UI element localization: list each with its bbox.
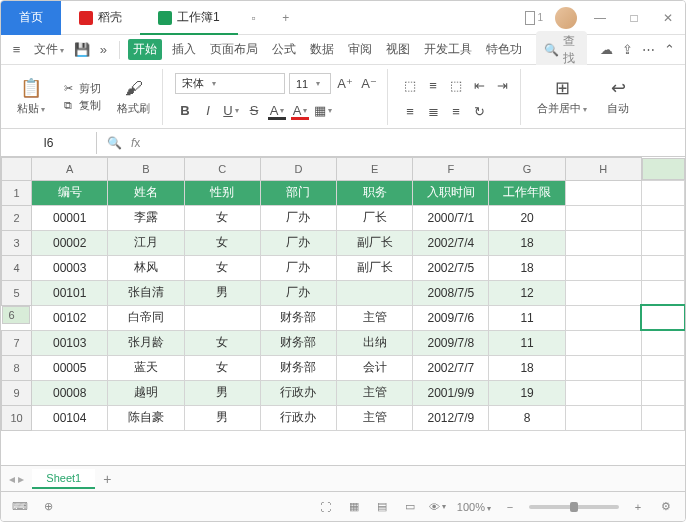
fx-icon[interactable]: fx — [131, 136, 140, 150]
maximize-button[interactable]: □ — [617, 1, 651, 35]
tab-docer[interactable]: 稻壳 — [61, 1, 140, 35]
col-B[interactable]: B — [108, 158, 184, 181]
indent-decrease-button[interactable]: ⇤ — [469, 76, 489, 96]
ribbon-tab-formula[interactable]: 公式 — [268, 41, 300, 58]
paste-button[interactable]: 📋 粘贴▾ — [13, 75, 49, 118]
row-6[interactable]: 6 — [2, 306, 30, 324]
col-F[interactable]: F — [413, 158, 489, 181]
zoom-out-button[interactable]: − — [501, 498, 519, 516]
search-input[interactable]: 🔍 查找 — [536, 31, 588, 69]
add-sheet-button[interactable]: + — [103, 471, 111, 487]
bold-button[interactable]: B — [175, 100, 195, 120]
col-H[interactable]: H — [565, 158, 641, 181]
avatar[interactable] — [555, 7, 577, 29]
align-middle-button[interactable]: ≡ — [423, 76, 443, 96]
row-2[interactable]: 2 — [2, 205, 32, 230]
table-row: 500101张自清男厂办2008/7/512 — [2, 280, 685, 305]
tab-menu-icon[interactable]: ▫ — [242, 6, 266, 30]
align-right-button[interactable]: ≡ — [446, 102, 466, 122]
spreadsheet-icon — [158, 11, 172, 25]
font-color-button[interactable]: A▾ — [290, 100, 310, 120]
ribbon-tab-data[interactable]: 数据 — [306, 41, 338, 58]
row-4[interactable]: 4 — [2, 255, 32, 280]
collapse-ribbon-icon[interactable]: ⌃ — [662, 41, 677, 59]
grid-view-icon[interactable]: ▦ — [345, 498, 363, 516]
wrap-text-button[interactable]: ↩ 自动 — [603, 75, 633, 118]
col-C[interactable]: C — [184, 158, 260, 181]
minimize-button[interactable]: — — [583, 1, 617, 35]
increase-font-button[interactable]: A⁺ — [335, 73, 355, 93]
zoom-in-button[interactable]: + — [629, 498, 647, 516]
align-left-button[interactable]: ≡ — [400, 102, 420, 122]
fullscreen-icon[interactable]: ⛶ — [317, 498, 335, 516]
sheet-tab[interactable]: Sheet1 — [32, 469, 95, 489]
underline-button[interactable]: U▾ — [221, 100, 241, 120]
status-icon[interactable]: ⊕ — [39, 498, 57, 516]
row-1[interactable]: 1 — [2, 180, 32, 205]
indent-increase-button[interactable]: ⇥ — [492, 76, 512, 96]
align-bottom-button[interactable]: ⬚ — [446, 76, 466, 96]
italic-button[interactable]: I — [198, 100, 218, 120]
table-row: 700103张月龄女财务部出纳2009/7/811 — [2, 330, 685, 355]
ribbon-tab-insert[interactable]: 插入 — [168, 41, 200, 58]
row-7[interactable]: 7 — [2, 330, 32, 355]
copy-icon: ⧉ — [61, 98, 75, 112]
close-button[interactable]: ✕ — [651, 1, 685, 35]
fill-color-button[interactable]: A▾ — [267, 100, 287, 120]
new-tab-button[interactable]: + — [274, 6, 298, 30]
col-D[interactable]: D — [260, 158, 336, 181]
zoom-level[interactable]: 100%▾ — [457, 501, 491, 513]
save-icon[interactable]: 💾 — [74, 41, 90, 59]
borders-button[interactable]: ▦▾ — [313, 100, 333, 120]
ribbon-tab-pagelayout[interactable]: 页面布局 — [206, 41, 262, 58]
col-I[interactable] — [642, 158, 685, 180]
format-painter-button[interactable]: 🖌 格式刷 — [113, 75, 154, 118]
column-headers: A B C D E F G H — [2, 158, 685, 181]
col-G[interactable]: G — [489, 158, 565, 181]
split-view-icon[interactable]: 1 — [525, 11, 543, 25]
keyboard-icon[interactable]: ⌨ — [11, 498, 29, 516]
align-top-button[interactable]: ⬚ — [400, 76, 420, 96]
copy-button[interactable]: ⧉复制 — [61, 98, 101, 113]
reading-view-icon[interactable]: ▭ — [401, 498, 419, 516]
row-9[interactable]: 9 — [2, 380, 32, 405]
font-size-select[interactable]: 11▾ — [289, 73, 331, 94]
more-icon[interactable]: » — [96, 41, 111, 59]
row-8[interactable]: 8 — [2, 355, 32, 380]
row-10[interactable]: 10 — [2, 405, 32, 430]
spreadsheet-grid[interactable]: A B C D E F G H 1 编号 姓名 性别 部门 职务 入职时间 工作… — [1, 157, 685, 465]
font-family-select[interactable]: 宋体▾ — [175, 73, 285, 94]
ribbon-tab-review[interactable]: 审阅 — [344, 41, 376, 58]
orientation-button[interactable]: ↻ — [469, 102, 489, 122]
file-menu[interactable]: 文件▾ — [30, 41, 68, 58]
merge-button[interactable]: ⊞ 合并居中▾ — [533, 75, 591, 118]
ribbon-tab-start[interactable]: 开始 — [128, 39, 162, 60]
ribbon-tab-view[interactable]: 视图 — [382, 41, 414, 58]
name-box[interactable]: I6 — [1, 132, 97, 154]
select-all-corner[interactable] — [2, 158, 32, 181]
row-5[interactable]: 5 — [2, 280, 32, 305]
cut-button[interactable]: ✂剪切 — [61, 81, 101, 96]
sheet-nav[interactable]: ◂ ▸ — [9, 472, 24, 486]
settings-dots-icon[interactable]: ⋯ — [641, 41, 656, 59]
active-cell[interactable] — [641, 305, 684, 330]
cloud-icon[interactable]: ☁ — [599, 41, 614, 59]
page-view-icon[interactable]: ▤ — [373, 498, 391, 516]
share-icon[interactable]: ⇪ — [620, 41, 635, 59]
zoom-slider[interactable] — [529, 505, 619, 509]
eye-icon[interactable]: 👁▾ — [429, 498, 447, 516]
strikethrough-button[interactable]: S — [244, 100, 264, 120]
decrease-font-button[interactable]: A⁻ — [359, 73, 379, 93]
zoom-fx-icon[interactable]: 🔍 — [105, 134, 123, 152]
settings-icon[interactable]: ⚙ — [657, 498, 675, 516]
table-row: 200001李露女厂办厂长2000/7/120 — [2, 205, 685, 230]
align-center-button[interactable]: ≣ — [423, 102, 443, 122]
row-3[interactable]: 3 — [2, 230, 32, 255]
tab-workbook[interactable]: 工作簿1 — [140, 1, 238, 35]
ribbon-tab-dev[interactable]: 开发工具 — [420, 41, 476, 58]
tab-home[interactable]: 首页 — [1, 1, 61, 35]
ribbon-tab-special[interactable]: 特色功 — [482, 41, 526, 58]
app-menu-icon[interactable]: ≡ — [9, 41, 24, 59]
col-A[interactable]: A — [32, 158, 108, 181]
col-E[interactable]: E — [337, 158, 413, 181]
